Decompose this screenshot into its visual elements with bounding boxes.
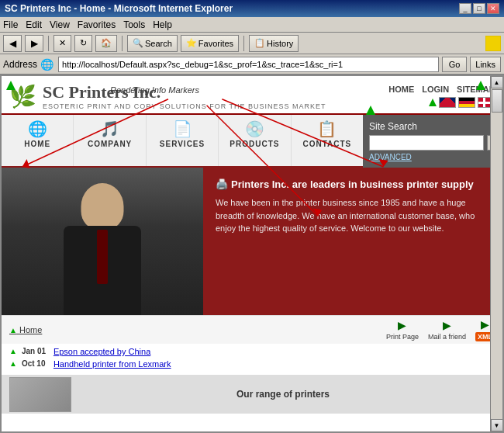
search-input[interactable]	[369, 135, 484, 151]
scroll-down-button[interactable]: ▼	[491, 419, 503, 431]
addressbar: Address 🌐 Go Links	[0, 54, 504, 74]
preview-thumb	[9, 377, 71, 412]
news-date-1: Jan 01	[22, 347, 49, 355]
marker-search	[366, 106, 375, 117]
green-marker-flag-icon	[429, 99, 437, 106]
home-breadcrumb[interactable]: ▲ Home	[9, 325, 42, 334]
main-content: 🖨️ Printers Inc. are leaders in business…	[2, 168, 502, 315]
mail-label: Mail a friend	[428, 333, 466, 341]
menu-tools[interactable]: Tools	[123, 19, 145, 30]
window-controls: _ □ ✕	[459, 3, 499, 14]
news-item-2: ▲ Oct 10 Handheld printer from Lexmark	[9, 359, 495, 369]
titlebar: SC Printers Inc - Home - Microsoft Inter…	[0, 0, 504, 17]
news-link-2[interactable]: Handheld printer from Lexmark	[54, 359, 171, 369]
search-button[interactable]: 🔍 Search	[127, 35, 178, 52]
annotation-label: Rendering Info Markers	[110, 85, 199, 95]
nav-contacts[interactable]: 📋 CONTACTS	[292, 115, 363, 166]
back-button[interactable]: ◀	[3, 35, 22, 52]
hero-image	[2, 168, 203, 315]
hero-marker: 🖨️	[216, 178, 228, 190]
top-nav-home[interactable]: HOME	[388, 85, 414, 94]
hero-title: 🖨️ Printers Inc. are leaders in business…	[216, 178, 490, 190]
toolbar: ◀ ▶ ✕ ↻ 🏠 🔍 Search ⭐ Favorites 📋 History	[0, 33, 504, 54]
hero-title-text: Printers Inc. are leaders in business pr…	[231, 178, 474, 190]
minimize-button[interactable]: _	[459, 3, 471, 14]
window-frame: SC Printers Inc - Home - Microsoft Inter…	[0, 0, 504, 433]
home-marker: ▲	[9, 326, 17, 334]
search-title: Site Search	[369, 121, 496, 132]
forward-button[interactable]: ▶	[25, 35, 43, 52]
menu-file[interactable]: File	[3, 19, 18, 30]
address-label: Address	[3, 59, 37, 70]
hero-body: We have been in the printer business sin…	[216, 196, 490, 235]
nav-services[interactable]: 📄 SERVICES	[147, 115, 219, 166]
go-button[interactable]: Go	[442, 57, 468, 72]
news-area: ▲ Jan 01 Epson accepted by China ▲ Oct 1…	[2, 344, 502, 375]
nav-products[interactable]: 💿 PRODUCTS	[219, 115, 291, 166]
nav-company[interactable]: 🎵 COMPANY	[74, 115, 146, 166]
menu-help[interactable]: Help	[153, 19, 172, 30]
header-right: HOME LOGIN SITEMAP	[388, 85, 495, 108]
marker-top-right	[476, 81, 485, 92]
rss-green-icon: ▶	[481, 318, 489, 331]
history-label: History	[267, 39, 293, 48]
hero-text: 🖨️ Printers Inc. are leaders in business…	[203, 168, 502, 315]
menu-edit[interactable]: Edit	[26, 19, 42, 30]
menu-favorites[interactable]: Favorites	[78, 19, 116, 30]
print-page-button[interactable]: ▶ Print Page	[386, 319, 419, 341]
scroll-track	[491, 88, 503, 419]
site-header: 🌿 SC Printers Inc. ESOTERIC PRINT AND CO…	[2, 76, 502, 115]
services-nav-icon: 📄	[173, 120, 192, 138]
home-link: Home	[19, 325, 42, 334]
green-marker-icon	[6, 81, 16, 90]
close-button[interactable]: ✕	[487, 3, 499, 14]
news-marker-1: ▲	[9, 347, 17, 355]
company-nav-icon: 🎵	[100, 120, 119, 138]
favorites-label: Favorites	[198, 39, 233, 48]
nav-home[interactable]: 🌐 HOME	[2, 115, 74, 166]
news-marker-2: ▲	[9, 359, 17, 368]
sep3	[243, 36, 244, 51]
bottom-bar: ▲ Home ▶ Print Page ▶ Mail a friend ▶ XM…	[2, 315, 502, 344]
print-icon: ▶	[398, 319, 406, 331]
top-nav-login[interactable]: LOGIN	[422, 85, 449, 94]
scroll-thumb[interactable]	[492, 89, 502, 113]
news-link-1[interactable]: Epson accepted by China	[54, 347, 150, 356]
news-item-1: ▲ Jan 01 Epson accepted by China	[9, 347, 495, 356]
search-area: Site Search Search ADVANCED	[363, 115, 502, 168]
search-label: Search	[145, 39, 172, 48]
menubar: File Edit View Favorites Tools Help	[0, 17, 504, 33]
window-title: SC Printers Inc - Home - Microsoft Inter…	[5, 3, 233, 14]
marker-top-left	[6, 81, 16, 92]
preview-strip: Our range of printers	[2, 375, 502, 414]
annotation-text: Rendering Info Markers	[110, 85, 199, 95]
stop-button[interactable]: ✕	[54, 35, 71, 52]
scroll-up-button[interactable]: ▲	[491, 76, 503, 88]
address-icon: 🌐	[40, 58, 54, 71]
flag-uk[interactable]	[439, 97, 456, 108]
print-label: Print Page	[386, 333, 419, 341]
refresh-button[interactable]: ↻	[74, 35, 92, 52]
links-button[interactable]: Links	[470, 57, 501, 72]
contacts-nav-icon: 📋	[317, 120, 337, 138]
menu-view[interactable]: View	[50, 19, 70, 30]
favorites-button[interactable]: ⭐ Favorites	[181, 35, 239, 52]
flag-de[interactable]	[458, 97, 475, 108]
search-row: Search	[369, 135, 496, 151]
history-button[interactable]: 📋 History	[249, 35, 299, 52]
maximize-button[interactable]: □	[473, 3, 485, 14]
preview-text: Our range of printers	[71, 389, 495, 400]
nav-services-label: SERVICES	[160, 140, 205, 148]
news-date-2: Oct 10	[22, 359, 49, 368]
green-marker-search-icon	[366, 106, 375, 115]
address-input[interactable]	[58, 57, 439, 72]
nav-products-label: PRODUCTS	[230, 140, 279, 148]
mail-friend-button[interactable]: ▶ Mail a friend	[428, 319, 466, 341]
action-buttons: ▶ Print Page ▶ Mail a friend ▶ XML	[386, 318, 495, 341]
nav-contacts-label: CONTACTS	[302, 140, 351, 148]
sep2	[122, 36, 123, 51]
sep1	[48, 36, 49, 51]
advanced-link[interactable]: ADVANCED	[369, 153, 496, 161]
scrollbar[interactable]: ▲ ▼	[490, 76, 502, 431]
home-button[interactable]: 🏠	[95, 35, 117, 52]
